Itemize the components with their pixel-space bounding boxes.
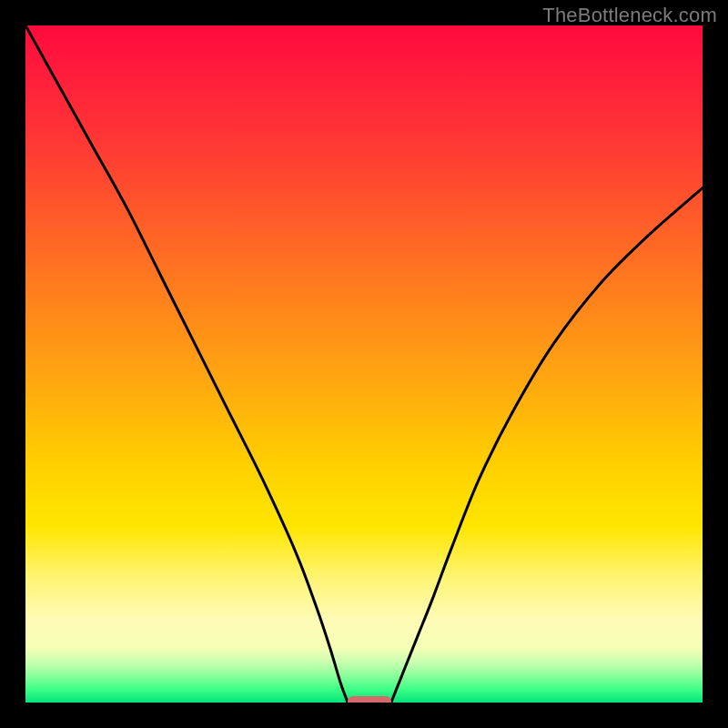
right-curve-line (391, 188, 703, 703)
chart-plot-area (25, 25, 703, 703)
chart-frame: TheBottleneck.com (0, 0, 728, 728)
chart-curves-svg (25, 25, 703, 703)
left-curve-line (25, 25, 348, 703)
watermark-text: TheBottleneck.com (542, 4, 717, 27)
minimum-marker (348, 696, 391, 703)
